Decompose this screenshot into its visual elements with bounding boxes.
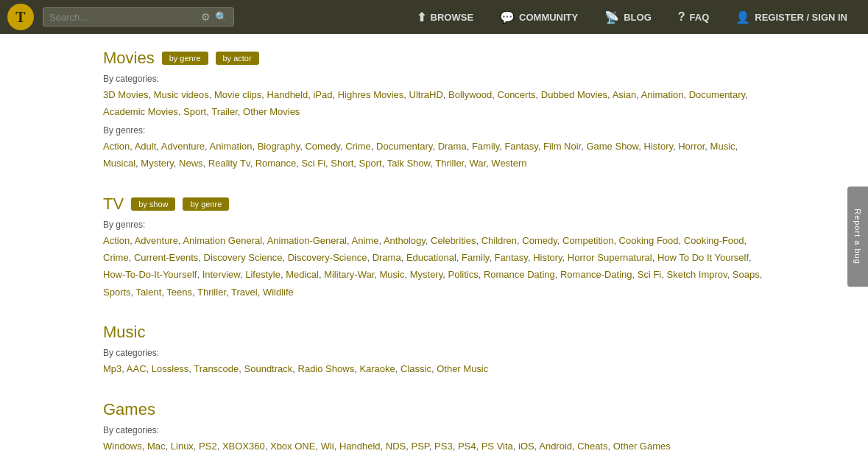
list-item[interactable]: Anime [352,235,379,246]
list-item[interactable]: Crime [103,252,129,263]
list-item[interactable]: Sports [103,287,131,298]
list-item[interactable]: Classic [401,363,431,374]
list-item[interactable]: Transcode [194,363,239,374]
list-item[interactable]: Fantasy [495,252,528,263]
list-item[interactable]: Wii [321,441,334,452]
list-item[interactable]: Wildlife [263,287,294,298]
list-item[interactable]: Discovery Science [204,252,283,263]
list-item[interactable]: Adventure [161,141,205,152]
search-icon[interactable]: 🔍 [215,11,227,23]
list-item[interactable]: Horror [678,141,705,152]
tv-by-genre-button[interactable]: by genre [183,197,229,211]
nav-blog[interactable]: 📡BLOG [591,0,665,34]
list-item[interactable]: NDS [386,441,406,452]
list-item[interactable]: PS Vita [481,441,513,452]
list-item[interactable]: XBOX360 [222,441,265,452]
list-item[interactable]: Travel [231,287,258,298]
list-item[interactable]: Music [380,269,405,280]
list-item[interactable]: Concerts [498,89,536,100]
nav-register[interactable]: 👤REGISTER / SIGN IN [722,0,861,34]
list-item[interactable]: UltraHD [409,89,443,100]
site-logo[interactable]: T [7,4,34,30]
list-item[interactable]: Documentary [376,141,432,152]
list-item[interactable]: Comedy [305,141,339,152]
list-item[interactable]: Soaps [733,269,760,280]
list-item[interactable]: Soundtrack [244,363,293,374]
list-item[interactable]: Movie clips [214,89,261,100]
list-item[interactable]: Academic Movies [103,106,178,117]
list-item[interactable]: How-To-Do-It-Yourself [103,269,197,280]
list-item[interactable]: Other Games [613,441,671,452]
movies-by-actor-button[interactable]: by actor [216,52,259,65]
nav-faq[interactable]: ?FAQ [665,0,723,34]
list-item[interactable]: Romance Dating [484,269,555,280]
list-item[interactable]: Linux [171,441,194,452]
list-item[interactable]: Talk Show [387,158,431,169]
list-item[interactable]: Music videos [154,89,209,100]
list-item[interactable]: Military-War [324,269,374,280]
list-item[interactable]: Handheld [267,89,308,100]
list-item[interactable]: Animation [210,141,253,152]
list-item[interactable]: Interview [202,269,240,280]
list-item[interactable]: Fantasy [504,141,537,152]
list-item[interactable]: Cooking Food [619,235,679,246]
list-item[interactable]: Children [481,235,517,246]
nav-browse[interactable]: ⬆BROWSE [403,0,487,34]
list-item[interactable]: Film Noir [543,141,581,152]
list-item[interactable]: History [533,252,562,263]
list-item[interactable]: Windows [103,441,142,452]
list-item[interactable]: Karaoke [359,363,395,374]
list-item[interactable]: Sport [359,158,382,169]
list-item[interactable]: Mp3 [103,363,121,374]
list-item[interactable]: Highres Movies [338,89,404,100]
list-item[interactable]: Biography [258,141,300,152]
list-item[interactable]: Family [472,141,499,152]
list-item[interactable]: Mystery [141,158,174,169]
list-item[interactable]: Thriller [435,158,464,169]
list-item[interactable]: Romance-Dating [560,269,632,280]
list-item[interactable]: Cooking-Food [684,235,744,246]
list-item[interactable]: Lossless [152,363,189,374]
list-item[interactable]: Handheld [339,441,381,452]
list-item[interactable]: Action [103,141,130,152]
list-item[interactable]: Sci Fi [638,269,662,280]
list-item[interactable]: Celebrities [431,235,476,246]
list-item[interactable]: History [644,141,673,152]
list-item[interactable]: Trailer [211,106,238,117]
list-item[interactable]: Other Movies [243,106,300,117]
list-item[interactable]: AAC [127,363,147,374]
search-input[interactable] [49,12,197,23]
list-item[interactable]: Competition [562,235,613,246]
nav-community[interactable]: 💬COMMUNITY [487,0,591,34]
list-item[interactable]: Dubbed Movies [541,89,607,100]
list-item[interactable]: Sport [183,106,206,117]
list-item[interactable]: Sketch Improv [666,269,727,280]
list-item[interactable]: Crime [345,141,371,152]
list-item[interactable]: PSP [411,441,428,452]
list-item[interactable]: Mac [147,441,166,452]
gear-icon[interactable]: ⚙ [201,11,211,23]
list-item[interactable]: Cheats [577,441,607,452]
tv-by-show-button[interactable]: by show [131,197,175,211]
list-item[interactable]: Game Show [586,141,638,152]
list-item[interactable]: Medical [286,269,319,280]
list-item[interactable]: Other Music [437,363,488,374]
list-item[interactable]: Teens [166,287,192,298]
list-item[interactable]: Radio Shows [298,363,355,374]
list-item[interactable]: Animation-General [267,235,347,246]
list-item[interactable]: Asian [613,89,637,100]
list-item[interactable]: Discovery-Science [288,252,367,263]
list-item[interactable]: iOS [518,441,534,452]
list-item[interactable]: Bollywood [448,89,492,100]
list-item[interactable]: Politics [448,269,478,280]
list-item[interactable]: Talent [136,287,162,298]
list-item[interactable]: Adult [135,141,157,152]
list-item[interactable]: PS4 [458,441,476,452]
list-item[interactable]: PS3 [434,441,453,452]
list-item[interactable]: Comedy [522,235,557,246]
list-item[interactable]: 3D Movies [103,89,148,100]
list-item[interactable]: Animation General [183,235,262,246]
list-item[interactable]: Romance [255,158,297,169]
list-item[interactable]: Western [491,158,526,169]
list-item[interactable]: Short [331,158,353,169]
